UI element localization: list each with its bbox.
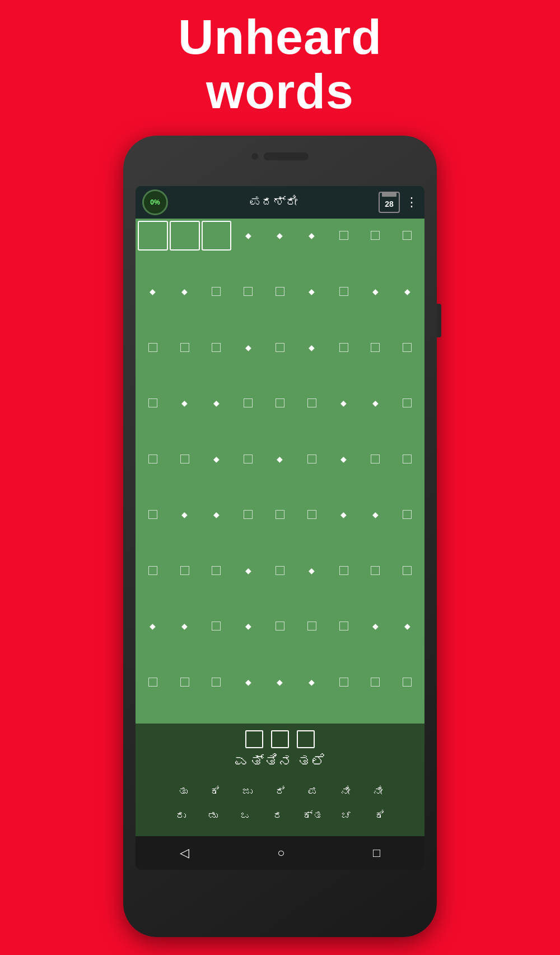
grid-cell[interactable]: ◆ bbox=[170, 499, 200, 530]
grid-cell[interactable] bbox=[265, 276, 295, 307]
grid-cell[interactable] bbox=[329, 667, 359, 697]
grid-cell[interactable] bbox=[265, 555, 295, 586]
grid-cell[interactable] bbox=[202, 555, 232, 586]
keyboard-key[interactable]: ಡು bbox=[198, 805, 227, 826]
keyboard-key[interactable]: ಚ bbox=[333, 805, 362, 826]
grid-cell[interactable] bbox=[170, 555, 200, 586]
grid-cell[interactable] bbox=[202, 332, 232, 363]
grid-cell[interactable]: ◆ bbox=[297, 332, 327, 363]
keyboard-key[interactable]: ಜು bbox=[233, 781, 262, 802]
grid-cell[interactable] bbox=[170, 667, 200, 697]
grid-cell[interactable]: ◆ bbox=[265, 221, 295, 251]
keyboard-key[interactable]: ನೀ bbox=[330, 781, 360, 802]
grid-cell[interactable]: ◆ bbox=[360, 499, 390, 530]
grid-cell[interactable] bbox=[392, 221, 422, 251]
keyboard-key[interactable]: ಕಿ bbox=[365, 805, 394, 826]
keyboard-key[interactable]: ಒ bbox=[231, 805, 260, 826]
grid-cell[interactable]: ◆ bbox=[297, 667, 327, 697]
grid-cell[interactable] bbox=[202, 667, 232, 697]
grid-cell[interactable] bbox=[360, 221, 390, 251]
grid-cell[interactable] bbox=[392, 444, 422, 474]
grid-cell[interactable] bbox=[170, 332, 200, 363]
grid-cell[interactable] bbox=[329, 332, 359, 363]
keyboard-key[interactable]: ರು bbox=[166, 805, 195, 826]
grid-cell[interactable]: ◆ bbox=[265, 667, 295, 697]
grid-cell[interactable]: ◆ bbox=[329, 444, 359, 474]
grid-cell[interactable] bbox=[138, 332, 168, 363]
menu-icon[interactable]: ⋮ bbox=[405, 196, 418, 208]
grid-cell[interactable]: ◆ bbox=[392, 611, 422, 641]
grid-cell[interactable]: ◆ bbox=[297, 555, 327, 586]
grid-cell[interactable] bbox=[265, 611, 295, 641]
grid-cell[interactable]: ◆ bbox=[202, 388, 232, 418]
grid-cell[interactable]: ◆ bbox=[170, 276, 200, 307]
grid-cell[interactable]: ◆ bbox=[329, 499, 359, 530]
grid-cell[interactable] bbox=[329, 555, 359, 586]
grid-cell[interactable] bbox=[233, 444, 263, 474]
grid-cell[interactable]: ◆ bbox=[202, 499, 232, 530]
grid-cell[interactable] bbox=[392, 555, 422, 586]
grid-cell[interactable]: ◆ bbox=[392, 276, 422, 307]
grid-cell[interactable] bbox=[265, 332, 295, 363]
grid-cell[interactable]: ◆ bbox=[202, 444, 232, 474]
grid-cell[interactable] bbox=[138, 221, 168, 251]
grid-cell[interactable] bbox=[329, 221, 359, 251]
grid-cell[interactable] bbox=[392, 667, 422, 697]
keyboard-key[interactable]: ಪ bbox=[298, 781, 327, 802]
keyboard-key[interactable]: ಕ್ತ bbox=[296, 805, 329, 826]
grid-cell[interactable] bbox=[329, 611, 359, 641]
grid-cell[interactable]: ◆ bbox=[233, 332, 263, 363]
grid-cell[interactable] bbox=[170, 444, 200, 474]
keyboard-key[interactable]: ಕಿ bbox=[200, 781, 230, 802]
grid-cell[interactable] bbox=[265, 388, 295, 418]
keyboard-key[interactable]: ತು bbox=[168, 781, 197, 802]
grid-cell[interactable]: ◆ bbox=[297, 276, 327, 307]
grid-cell[interactable]: ◆ bbox=[138, 276, 168, 307]
grid-cell[interactable] bbox=[138, 555, 168, 586]
grid-cell[interactable] bbox=[202, 611, 232, 641]
grid-cell[interactable] bbox=[202, 221, 232, 251]
grid-cell[interactable]: ◆ bbox=[360, 276, 390, 307]
grid-cell[interactable] bbox=[138, 444, 168, 474]
grid-cell[interactable] bbox=[392, 499, 422, 530]
grid-cell[interactable] bbox=[138, 499, 168, 530]
grid-cell[interactable]: ◆ bbox=[329, 388, 359, 418]
grid-cell[interactable]: ◆ bbox=[170, 388, 200, 418]
grid-cell[interactable] bbox=[297, 444, 327, 474]
grid-cell[interactable] bbox=[360, 667, 390, 697]
grid-cell[interactable]: ◆ bbox=[233, 611, 263, 641]
grid-cell[interactable]: ◆ bbox=[360, 388, 390, 418]
grid-cell[interactable] bbox=[138, 388, 168, 418]
grid-cell[interactable] bbox=[233, 499, 263, 530]
back-icon[interactable]: ◁ bbox=[180, 846, 189, 860]
grid-cell[interactable]: ◆ bbox=[233, 555, 263, 586]
grid-cell[interactable]: ◆ bbox=[297, 221, 327, 251]
recents-icon[interactable]: □ bbox=[373, 846, 380, 860]
grid-cell[interactable] bbox=[297, 611, 327, 641]
grid-cell[interactable] bbox=[202, 276, 232, 307]
grid-cell[interactable] bbox=[360, 444, 390, 474]
grid-cell[interactable] bbox=[138, 667, 168, 697]
grid-cell[interactable] bbox=[392, 388, 422, 418]
keyboard-key[interactable]: ನೀ bbox=[363, 781, 392, 802]
grid-cell[interactable] bbox=[170, 221, 200, 251]
grid-cell[interactable] bbox=[233, 388, 263, 418]
grid-cell[interactable]: ◆ bbox=[265, 444, 295, 474]
calendar-icon[interactable]: 28 bbox=[379, 192, 400, 213]
grid-cell[interactable]: ◆ bbox=[233, 221, 263, 251]
grid-cell[interactable] bbox=[392, 332, 422, 363]
grid-cell[interactable]: ◆ bbox=[233, 667, 263, 697]
grid-cell[interactable] bbox=[233, 276, 263, 307]
grid-cell[interactable] bbox=[329, 276, 359, 307]
grid-cell[interactable] bbox=[360, 555, 390, 586]
grid-cell[interactable]: ◆ bbox=[138, 611, 168, 641]
grid-cell[interactable] bbox=[265, 499, 295, 530]
keyboard-key[interactable]: ರ bbox=[263, 805, 292, 826]
grid-cell[interactable]: ◆ bbox=[360, 611, 390, 641]
home-icon[interactable]: ○ bbox=[277, 846, 284, 860]
keyboard-key[interactable]: ರಿ bbox=[265, 781, 295, 802]
grid-cell[interactable] bbox=[360, 332, 390, 363]
grid-cell[interactable] bbox=[297, 499, 327, 530]
grid-cell[interactable]: ◆ bbox=[170, 611, 200, 641]
grid-cell[interactable] bbox=[297, 388, 327, 418]
